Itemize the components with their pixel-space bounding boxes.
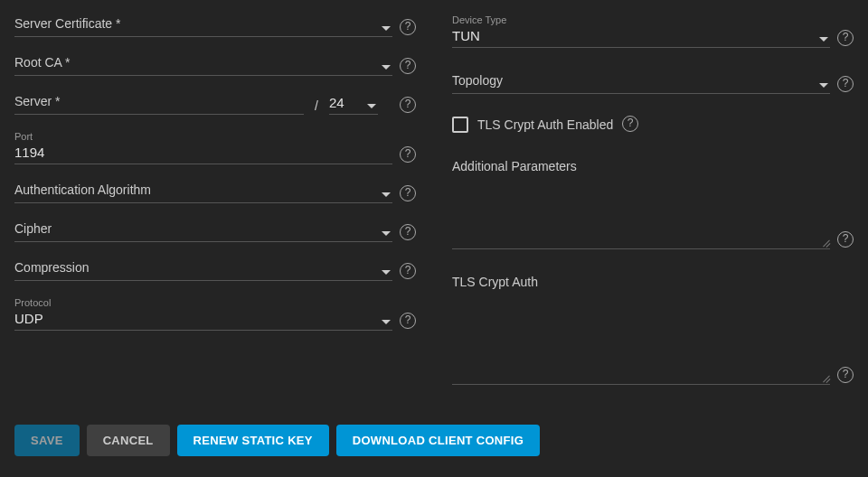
device-type-label: Device Type — [452, 14, 830, 25]
server-label: Server * — [14, 92, 304, 112]
device-type-field: Device Type TUN ? — [452, 14, 854, 48]
help-icon[interactable]: ? — [400, 313, 416, 329]
tls-crypt-auth-textarea[interactable] — [452, 295, 830, 385]
resize-handle-icon[interactable] — [821, 238, 830, 247]
root-ca-label: Root CA * — [14, 53, 392, 73]
server-certificate-label: Server Certificate * — [14, 14, 392, 34]
additional-params-textarea[interactable] — [452, 179, 830, 249]
help-icon[interactable]: ? — [400, 263, 416, 279]
protocol-field: Protocol UDP ? — [14, 297, 416, 331]
topology-select[interactable]: Topology — [452, 71, 830, 94]
cidr-value: 24 — [329, 94, 378, 112]
help-icon[interactable]: ? — [837, 367, 854, 383]
help-icon[interactable]: ? — [837, 231, 854, 248]
cipher-label: Cipher — [14, 220, 392, 239]
help-icon[interactable]: ? — [400, 97, 416, 113]
auth-algo-select[interactable]: Authentication Algorithm — [14, 181, 392, 203]
server-certificate-select[interactable]: Server Certificate * — [14, 14, 392, 37]
server-input[interactable]: Server * — [14, 92, 304, 115]
button-bar: SAVE CANCEL RENEW STATIC KEY DOWNLOAD CL… — [14, 425, 854, 456]
help-icon[interactable]: ? — [400, 185, 416, 201]
compression-select[interactable]: Compression — [14, 258, 392, 281]
help-icon[interactable]: ? — [837, 30, 854, 46]
server-certificate-field: Server Certificate * ? — [14, 14, 416, 37]
help-icon[interactable]: ? — [400, 58, 416, 74]
help-icon[interactable]: ? — [400, 146, 416, 163]
root-ca-select[interactable]: Root CA * — [14, 53, 392, 76]
port-field: Port 1194 ? — [14, 131, 416, 164]
topology-field: Topology ? — [452, 71, 854, 94]
tls-crypt-checkbox-label: TLS Crypt Auth Enabled — [477, 117, 613, 132]
auth-algo-label: Authentication Algorithm — [14, 181, 392, 201]
port-label: Port — [14, 131, 392, 142]
protocol-label: Protocol — [14, 297, 392, 308]
additional-params-label: Additional Parameters — [452, 159, 854, 173]
left-column: Server Certificate * ? Root CA * ? Serve… — [14, 14, 416, 403]
device-type-select[interactable]: Device Type TUN — [452, 14, 830, 48]
download-client-config-button[interactable]: DOWNLOAD CLIENT CONFIG — [336, 425, 540, 456]
save-button[interactable]: SAVE — [14, 425, 80, 456]
tls-crypt-checkbox-row: TLS Crypt Auth Enabled ? — [452, 116, 854, 134]
protocol-value: UDP — [14, 310, 392, 328]
server-field: Server * / 24 ? — [14, 92, 416, 115]
tls-crypt-auth-label: TLS Crypt Auth — [452, 275, 854, 289]
port-value: 1194 — [14, 144, 392, 162]
help-icon[interactable]: ? — [400, 19, 416, 35]
topology-label: Topology — [452, 71, 830, 91]
device-type-value: TUN — [452, 27, 830, 45]
protocol-select[interactable]: Protocol UDP — [14, 297, 392, 331]
tls-crypt-checkbox[interactable] — [452, 117, 468, 133]
root-ca-field: Root CA * ? — [14, 53, 416, 76]
compression-field: Compression ? — [14, 258, 416, 281]
cipher-select[interactable]: Cipher — [14, 220, 392, 242]
cancel-button[interactable]: CANCEL — [87, 425, 170, 456]
help-icon[interactable]: ? — [622, 116, 638, 132]
cipher-field: Cipher ? — [14, 220, 416, 242]
cidr-slash: / — [311, 98, 322, 115]
tls-crypt-auth-group: TLS Crypt Auth ? — [452, 275, 854, 385]
auth-algo-field: Authentication Algorithm ? — [14, 181, 416, 203]
additional-params-group: Additional Parameters ? — [452, 159, 854, 249]
compression-label: Compression — [14, 258, 392, 278]
renew-static-key-button[interactable]: RENEW STATIC KEY — [177, 425, 329, 456]
right-column: Device Type TUN ? Topology ? TLS Crypt A… — [452, 14, 854, 403]
help-icon[interactable]: ? — [400, 224, 416, 240]
port-input[interactable]: Port 1194 — [14, 131, 392, 164]
resize-handle-icon[interactable] — [821, 373, 830, 382]
help-icon[interactable]: ? — [837, 76, 854, 92]
cidr-select[interactable]: 24 — [329, 94, 378, 115]
